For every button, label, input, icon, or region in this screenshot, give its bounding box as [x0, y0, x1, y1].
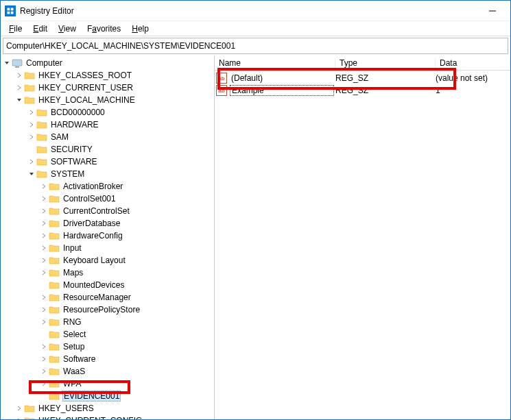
chevron-right-icon[interactable]	[39, 381, 49, 386]
menu-view[interactable]: View	[53, 23, 82, 35]
tree-hkcc[interactable]: HKEY_CURRENT_CONFIG	[14, 415, 214, 419]
folder-icon	[49, 206, 60, 216]
chevron-right-icon[interactable]	[39, 307, 49, 312]
tree-keyboardlayout[interactable]: Keyboard Layout	[39, 254, 214, 267]
menu-help[interactable]: Help	[126, 23, 154, 35]
chevron-right-icon[interactable]	[14, 73, 24, 78]
tree-label: Select	[62, 330, 86, 339]
minimize-button[interactable]	[479, 1, 506, 21]
string-value-icon: ab	[216, 85, 227, 96]
tree-hkcu[interactable]: HKEY_CURRENT_USER	[14, 82, 214, 94]
tree-label: HKEY_CLASSES_ROOT	[38, 71, 132, 80]
menu-edit[interactable]: Edit	[27, 23, 53, 35]
list-header[interactable]: Name Type Data	[215, 55, 510, 71]
svg-rect-3	[11, 11, 14, 14]
chevron-down-icon[interactable]	[27, 171, 36, 177]
tree-activationbroker[interactable]: ActivationBroker	[39, 180, 214, 193]
app-icon	[5, 5, 16, 16]
menu-file[interactable]: File	[3, 23, 27, 35]
tree-driverdatabase[interactable]: DriverDatabase	[39, 217, 214, 230]
chevron-right-icon[interactable]	[14, 85, 24, 90]
folder-icon	[49, 293, 60, 302]
tree-software[interactable]: SOFTWARE	[27, 156, 214, 168]
tree-label: HKEY_USERS	[38, 404, 95, 413]
folder-icon	[36, 108, 47, 117]
col-type[interactable]: Type	[335, 58, 436, 68]
tree-waas[interactable]: WaaS	[39, 365, 214, 378]
chevron-right-icon[interactable]	[27, 110, 36, 115]
tree-hardwareconfig[interactable]: HardwareConfig	[39, 230, 214, 242]
folder-icon	[49, 182, 60, 191]
folder-icon	[36, 157, 47, 166]
tree-hkcr[interactable]: HKEY_CLASSES_ROOT	[14, 69, 214, 82]
tree-label: Software	[62, 354, 96, 364]
list-body[interactable]: ab (Default) REG_SZ (value not set) ab E…	[215, 71, 510, 419]
chevron-right-icon[interactable]	[27, 122, 36, 127]
tree-select[interactable]: Select	[39, 328, 214, 341]
list-pane: Name Type Data ab (Default) REG_SZ (valu…	[215, 55, 510, 419]
tree-sam[interactable]: SAM	[27, 131, 214, 143]
string-value-icon: ab	[216, 73, 227, 84]
chevron-right-icon[interactable]	[27, 134, 36, 140]
tree-security[interactable]: SECURITY	[27, 143, 214, 156]
chevron-down-icon[interactable]	[14, 97, 24, 103]
tree-mounteddevices[interactable]: MountedDevices	[39, 279, 214, 291]
chevron-right-icon[interactable]	[14, 406, 24, 411]
chevron-down-icon[interactable]	[2, 60, 12, 66]
tree-label: HKEY_CURRENT_USER	[38, 83, 134, 92]
folder-icon	[49, 342, 60, 351]
tree-currentcontrolset[interactable]: CurrentControlSet	[39, 205, 214, 217]
tree-hklm[interactable]: HKEY_LOCAL_MACHINE	[14, 94, 214, 106]
value-name-editing[interactable]: Example	[230, 85, 334, 96]
chevron-right-icon[interactable]	[39, 270, 49, 275]
value-row-example[interactable]: ab Example REG_SZ 1	[215, 84, 510, 97]
chevron-right-icon[interactable]	[39, 295, 49, 300]
folder-icon	[49, 243, 60, 253]
tree-controlset001[interactable]: ControlSet001	[39, 193, 214, 205]
tree-resourcepolicystore[interactable]: ResourcePolicyStore	[39, 304, 214, 316]
chevron-right-icon[interactable]	[14, 418, 24, 419]
tree-pane[interactable]: Computer HKEY_CLASSES_ROOT HKEY_CURRENT_…	[1, 55, 215, 419]
folder-icon	[49, 268, 60, 277]
chevron-right-icon[interactable]	[39, 208, 49, 214]
svg-rect-0	[8, 8, 10, 10]
tree-bcd[interactable]: BCD00000000	[27, 106, 214, 119]
tree-label: ResourceManager	[62, 293, 132, 302]
tree-label: WPA	[62, 379, 82, 388]
chevron-right-icon[interactable]	[39, 221, 49, 226]
tree-maps[interactable]: Maps	[39, 267, 214, 279]
chevron-right-icon[interactable]	[27, 159, 36, 164]
col-name[interactable]: Name	[215, 58, 335, 68]
chevron-right-icon[interactable]	[39, 369, 49, 374]
chevron-right-icon[interactable]	[39, 319, 49, 325]
chevron-right-icon[interactable]	[39, 258, 49, 263]
tree-setup[interactable]: Setup	[39, 341, 214, 353]
tree-hardware[interactable]: HARDWARE	[27, 119, 214, 131]
value-name: (Default)	[230, 73, 334, 83]
chevron-right-icon[interactable]	[39, 356, 49, 362]
tree-input[interactable]: Input	[39, 242, 214, 254]
tree-computer[interactable]: Computer	[2, 57, 214, 69]
folder-icon	[49, 194, 60, 203]
tree-label: Computer	[25, 58, 63, 68]
value-row-default[interactable]: ab (Default) REG_SZ (value not set)	[215, 72, 510, 84]
chevron-right-icon[interactable]	[39, 233, 49, 238]
tree-hku[interactable]: HKEY_USERS	[14, 402, 214, 415]
svg-rect-6	[15, 66, 19, 68]
menu-favorites[interactable]: Favorites	[82, 23, 126, 35]
chevron-right-icon[interactable]	[39, 344, 49, 349]
chevron-right-icon[interactable]	[39, 196, 49, 201]
tree-resourcemanager[interactable]: ResourceManager	[39, 291, 214, 304]
address-bar[interactable]: Computer\HKEY_LOCAL_MACHINE\SYSTEM\EVIDE…	[3, 38, 508, 54]
col-data[interactable]: Data	[436, 58, 510, 68]
chevron-right-icon[interactable]	[39, 245, 49, 251]
folder-icon	[49, 354, 60, 364]
tree-system[interactable]: SYSTEM	[27, 168, 214, 180]
tree-evidence001[interactable]: EVIDENCE001	[39, 390, 214, 402]
chevron-right-icon[interactable]	[39, 184, 49, 189]
tree-rng[interactable]: RNG	[39, 316, 214, 328]
tree-software2[interactable]: Software	[39, 353, 214, 365]
tree-wpa[interactable]: WPA	[39, 378, 214, 390]
tree-label: Setup	[62, 342, 85, 351]
folder-icon	[24, 404, 35, 413]
